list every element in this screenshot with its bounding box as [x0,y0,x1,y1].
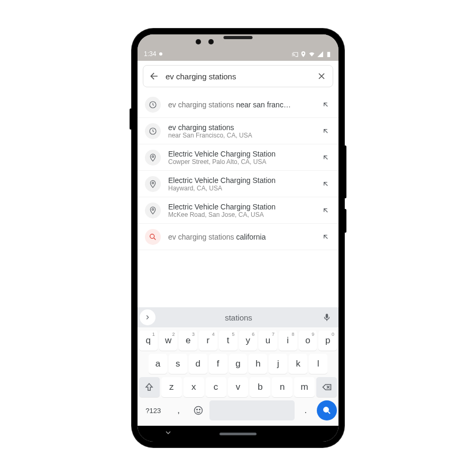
svg-point-4 [152,182,153,184]
svg-point-3 [152,155,153,157]
key-o[interactable]: o9 [299,331,317,351]
suggestion-title: ev charging stations near san franc… [168,100,313,109]
suggestion-item[interactable]: Electric Vehicle Charging StationCowper … [138,144,338,171]
key-a[interactable]: a [149,354,167,374]
emoji-key[interactable] [190,400,207,420]
android-nav-bar [138,426,338,442]
key-e[interactable]: e3 [179,331,197,351]
key-j[interactable]: j [269,354,287,374]
symbols-key[interactable]: ?123 [139,400,168,420]
insert-arrow-icon[interactable] [321,126,331,136]
key-l[interactable]: l [309,354,327,374]
insert-arrow-icon[interactable] [321,152,331,163]
period-key[interactable]: . [297,400,314,420]
search-input[interactable] [166,72,310,81]
cast-icon [291,51,298,58]
clock-icon [145,97,161,113]
search-key[interactable] [317,400,337,420]
suggestion-subtitle: McKee Road, San Jose, CA, USA [168,211,313,218]
key-t[interactable]: t5 [219,331,237,351]
suggestion-title: Electric Vehicle Charging Station [168,176,313,185]
svg-point-8 [197,409,198,410]
back-button[interactable] [149,70,160,82]
key-c[interactable]: c [206,377,226,397]
svg-point-5 [152,208,153,210]
search-icon [145,229,161,245]
key-n[interactable]: n [272,377,292,397]
key-r[interactable]: r4 [199,331,217,351]
keyboard: stations q1w2e3r4t5y6u7i8o9p0 asdfghjkl … [138,307,338,426]
key-g[interactable]: g [229,354,248,374]
wifi-icon [308,51,315,58]
suggestion-item[interactable]: Electric Vehicle Charging StationHayward… [138,171,338,197]
nav-down-button[interactable] [164,428,172,439]
prediction-text[interactable]: stations [158,313,319,322]
keyboard-prediction-bar: stations [138,307,338,327]
suggestion-item[interactable]: ev charging stations near san franc… [138,91,338,118]
phone-frame: 1:34 ev charging statio [132,29,344,447]
key-x[interactable]: x [184,377,204,397]
key-w[interactable]: w2 [159,331,178,351]
suggestion-title: ev charging stations [168,123,313,132]
battery-icon [325,51,332,58]
key-i[interactable]: i8 [279,331,297,351]
clock-icon [145,123,161,139]
key-b[interactable]: b [250,377,270,397]
key-z[interactable]: z [161,377,182,397]
screen: 1:34 ev charging statio [138,34,338,442]
svg-point-6 [150,234,154,238]
suggestion-title: Electric Vehicle Charging Station [168,150,313,158]
key-y[interactable]: y6 [239,331,258,351]
prediction-expand-button[interactable] [140,309,155,325]
suggestion-title: ev charging stations california [168,233,313,241]
suggestion-item[interactable]: ev charging stations california [138,224,338,250]
pin-icon [145,150,161,166]
mic-button[interactable] [319,310,334,325]
comma-key[interactable]: , [170,400,187,420]
suggestion-title: Electric Vehicle Charging Station [168,203,313,211]
svg-point-10 [324,407,328,412]
status-icons [291,51,332,58]
key-k[interactable]: k [289,354,307,374]
insert-arrow-icon[interactable] [321,232,331,242]
key-h[interactable]: h [249,354,267,374]
suggestion-item[interactable]: Electric Vehicle Charging StationMcKee R… [138,197,338,224]
pin-icon [145,203,161,218]
signal-icon [317,51,324,58]
suggestion-subtitle: near San Francisco, CA, USA [168,132,313,139]
insert-arrow-icon[interactable] [321,205,331,216]
suggestion-list: ev charging stations near san franc…ev c… [138,91,338,307]
location-icon [300,51,307,58]
shift-key[interactable] [139,377,160,397]
key-f[interactable]: f [209,354,227,374]
backspace-key[interactable] [316,377,337,397]
svg-point-9 [199,409,200,410]
nav-home-pill[interactable] [219,433,257,435]
suggestion-subtitle: Hayward, CA, USA [168,185,313,192]
svg-point-7 [194,407,202,415]
status-time: 1:34 [144,50,156,58]
key-d[interactable]: d [189,354,207,374]
suggestion-subtitle: Cowper Street, Palo Alto, CA, USA [168,158,313,166]
key-m[interactable]: m [294,377,315,397]
suggestion-item[interactable]: ev charging stationsnear San Francisco, … [138,118,338,144]
key-q[interactable]: q1 [139,331,158,351]
insert-arrow-icon[interactable] [321,99,331,110]
clear-button[interactable] [316,70,327,82]
pin-icon [145,176,161,192]
space-key[interactable] [209,400,295,420]
key-v[interactable]: v [228,377,249,397]
insert-arrow-icon[interactable] [321,179,331,189]
svg-rect-0 [327,52,330,57]
search-bar [143,65,333,87]
key-u[interactable]: u7 [259,331,277,351]
key-s[interactable]: s [169,354,187,374]
key-p[interactable]: p0 [318,331,337,351]
